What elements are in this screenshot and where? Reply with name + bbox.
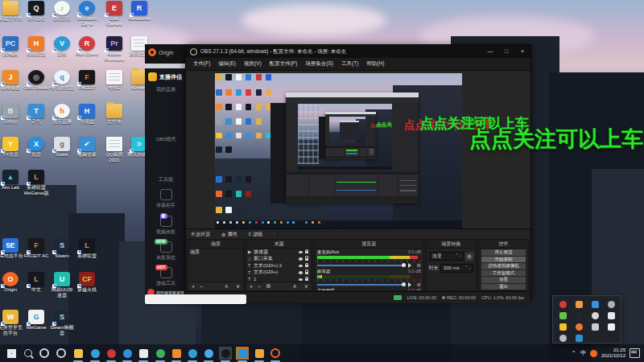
desktop-icon[interactable]: L◥中文 bbox=[23, 272, 49, 293]
companion-tool-2[interactable]: NEW点歌系统 bbox=[145, 241, 187, 261]
tray-icon[interactable] bbox=[559, 301, 567, 308]
folder-orange[interactable] bbox=[253, 347, 266, 360]
tray-icon[interactable] bbox=[576, 312, 583, 319]
taskbar-clock[interactable]: 21:25 2021/10/12 bbox=[601, 348, 625, 359]
scenes-header[interactable]: 场景 bbox=[188, 240, 243, 249]
visibility-eye-icon[interactable] bbox=[299, 278, 303, 282]
control-button-3[interactable]: 工作室模式 bbox=[481, 270, 526, 277]
desktop-icon[interactable]: X◥迅雷 bbox=[23, 137, 49, 158]
desktop-icon[interactable]: F◥FACEIT AC bbox=[23, 238, 49, 259]
menu-item-6[interactable]: 帮助(H) bbox=[362, 60, 388, 68]
add-source-button[interactable]: + bbox=[250, 284, 253, 290]
desktop-icon[interactable]: g◥Geek bbox=[49, 137, 75, 158]
gear-icon[interactable]: ⚙ bbox=[416, 262, 420, 268]
source-down-button[interactable]: ∨ bbox=[304, 283, 308, 290]
tray-icon[interactable] bbox=[559, 323, 567, 331]
tray-expand-icon[interactable]: ⌃ bbox=[571, 350, 576, 357]
scene-up-button[interactable]: ∧ bbox=[225, 283, 229, 290]
lock-icon[interactable] bbox=[305, 272, 308, 274]
desktop-icon[interactable]: W◥完美世界竞技平台 bbox=[0, 310, 23, 335]
control-button-0[interactable]: 停止推流 bbox=[481, 249, 526, 256]
slider-handle[interactable] bbox=[402, 263, 406, 267]
wegame[interactable] bbox=[154, 347, 167, 360]
lock-icon[interactable] bbox=[305, 265, 308, 267]
desktop-icon[interactable]: 新建文件夹 bbox=[0, 1, 23, 22]
desktop-icon[interactable]: U◥网易UU加速器 bbox=[49, 272, 75, 298]
desktop-icon[interactable]: Pr◥Adobe Premiere bbox=[101, 36, 127, 62]
menu-item-0[interactable]: 文件(F) bbox=[189, 60, 214, 68]
desktop-icon[interactable]: J◥巅峰极速 bbox=[0, 70, 23, 91]
twitter[interactable] bbox=[202, 347, 215, 360]
companion-tool-3[interactable]: HOT游戏工具 bbox=[145, 267, 187, 287]
netease-tray-icon[interactable] bbox=[590, 350, 597, 357]
desktop-icon[interactable]: h◥虎牙直播 bbox=[49, 104, 75, 125]
desktop-icon[interactable]: S◥Steam唤醒器 bbox=[49, 310, 75, 335]
companion-nav-1[interactable]: OBS模式 bbox=[145, 136, 187, 143]
companion-nav-0[interactable]: 我的直播 bbox=[145, 86, 187, 93]
desktop-icon[interactable]: R◥Resolume bbox=[126, 1, 152, 22]
source-up-button[interactable]: ∧ bbox=[293, 283, 297, 290]
transitions-header[interactable]: 场景转换 bbox=[427, 240, 476, 249]
desktop-icon[interactable]: Y◥YY语音 bbox=[0, 137, 23, 158]
desktop-icon[interactable]: ▲◥Aim Lab bbox=[0, 170, 23, 191]
visibility-eye-icon[interactable] bbox=[299, 251, 303, 254]
netease-music[interactable] bbox=[105, 347, 118, 360]
filters-button[interactable]: ≡滤镜 bbox=[248, 231, 262, 238]
minimize-button[interactable]: — bbox=[482, 45, 498, 58]
tray-icon[interactable] bbox=[592, 312, 599, 319]
desktop-icon[interactable]: E◥Epic Games bbox=[101, 1, 127, 27]
desktop-icon[interactable]: T◥天气 bbox=[23, 104, 49, 125]
source-row[interactable]: T文本(GDI+) 2 bbox=[246, 262, 312, 269]
lock-icon[interactable] bbox=[305, 251, 308, 253]
menu-item-3[interactable]: 配置文件(P) bbox=[266, 60, 302, 68]
properties-button[interactable]: ⚙属性 bbox=[221, 231, 237, 238]
notification-center-icon[interactable] bbox=[630, 348, 640, 358]
menu-item-1[interactable]: 编辑(E) bbox=[214, 60, 240, 68]
controls-header[interactable]: 控件 bbox=[479, 240, 528, 249]
transition-gear-icon[interactable]: ⚙ bbox=[465, 253, 473, 261]
desktop-icon[interactable]: Q◥腾讯QQ bbox=[23, 1, 49, 22]
desktop-icon[interactable]: 专辑2 bbox=[101, 70, 127, 91]
desktop-icon[interactable]: 5E◥5E对战平台 bbox=[0, 238, 23, 259]
speaker-icon[interactable] bbox=[408, 263, 414, 268]
desktop-icon[interactable]: e◥Microsoft Edge bbox=[74, 1, 100, 27]
desktop-icon[interactable]: L◥英雄联盟 bbox=[74, 238, 100, 259]
file-explorer[interactable] bbox=[72, 347, 85, 360]
gear-icon[interactable]: ⚙ bbox=[416, 282, 420, 287]
desktop-icon[interactable]: H◥小黑盒 bbox=[74, 104, 100, 125]
desktop-icon[interactable]: CF◥穿越火线 bbox=[74, 272, 100, 293]
menu-item-4[interactable]: 场景集合(S) bbox=[301, 60, 337, 68]
desktop-icon[interactable]: O◥Origin bbox=[0, 272, 23, 293]
mixer-header[interactable]: 混音器 bbox=[315, 240, 423, 249]
obs-taskbar[interactable] bbox=[219, 347, 232, 360]
desktop-icon[interactable]: S◥Steam bbox=[49, 238, 75, 259]
desktop-icon[interactable]: B◥回收站 bbox=[0, 104, 23, 125]
edge[interactable] bbox=[89, 347, 101, 360]
transition-select[interactable]: 淡变 bbox=[429, 252, 464, 261]
desktop-icon[interactable]: G◥WeGame bbox=[23, 310, 49, 331]
speaker-icon[interactable] bbox=[408, 282, 414, 287]
tray-icon[interactable] bbox=[576, 301, 583, 308]
origin-taskbar[interactable] bbox=[269, 347, 282, 360]
scene-down-button[interactable]: ∨ bbox=[236, 283, 240, 290]
source-row[interactable]: T1 bbox=[246, 276, 312, 282]
desktop-icon[interactable]: L◥英雄联盟 WeGame版 bbox=[23, 170, 49, 195]
tray-icon[interactable] bbox=[608, 323, 615, 331]
start-button[interactable] bbox=[5, 347, 18, 360]
tray-icon[interactable] bbox=[559, 335, 567, 342]
cortana[interactable] bbox=[38, 347, 51, 360]
maximize-button[interactable]: □ bbox=[498, 45, 514, 58]
thunder[interactable] bbox=[121, 347, 134, 360]
desktop-icon[interactable]: QQ截图2021 bbox=[101, 137, 127, 162]
huya[interactable] bbox=[170, 347, 183, 360]
input-method-indicator[interactable]: 中 bbox=[580, 349, 586, 357]
lock-icon[interactable] bbox=[305, 258, 308, 261]
desktop-icon[interactable]: F◥FACEIT bbox=[74, 70, 100, 91]
source-row[interactable]: T文本(GDI+) bbox=[246, 269, 312, 277]
desktop-icon[interactable]: R◥Riot Client bbox=[74, 36, 100, 57]
streaming-companion-window[interactable]: 直播伴侣 我的直播OBS模式工具箱弹幕助手新视频点歌NEW点歌系统HOT游戏工具… bbox=[145, 68, 187, 304]
qq[interactable] bbox=[137, 347, 150, 360]
tray-icon[interactable] bbox=[592, 323, 599, 331]
task-view[interactable] bbox=[55, 347, 68, 360]
obs-titlebar[interactable]: OBS 27.1.3 (64-bit, windows) - 配置文件: 未命名… bbox=[186, 45, 530, 58]
